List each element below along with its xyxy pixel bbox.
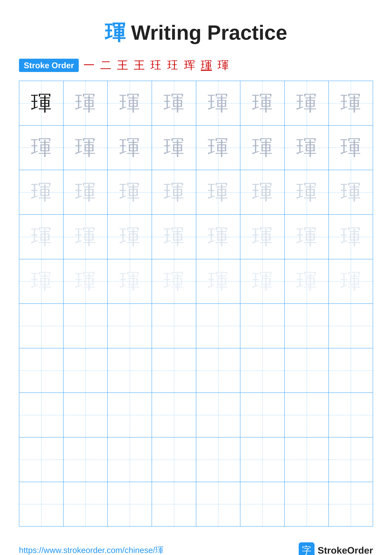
grid-cell-2-4[interactable]: 琿 [152,126,196,170]
grid-cell-1-7[interactable]: 琿 [285,81,329,125]
grid-cell-6-6[interactable] [240,304,285,348]
grid-cell-9-5[interactable] [196,438,241,482]
char-display: 琿 [119,182,140,203]
grid-cell-6-3[interactable] [108,304,152,348]
grid-cell-7-6[interactable] [240,348,285,393]
grid-cell-2-5[interactable]: 琿 [196,126,241,170]
grid-cell-9-3[interactable] [108,438,152,482]
grid-row-7 [19,348,373,393]
grid-cell-7-8[interactable] [329,348,373,393]
grid-cell-3-7[interactable]: 琿 [285,170,329,214]
grid-cell-4-8[interactable]: 琿 [329,215,373,259]
grid-cell-10-3[interactable] [108,482,152,526]
grid-cell-1-8[interactable]: 琿 [329,81,373,125]
grid-cell-10-1[interactable] [19,482,64,526]
grid-cell-10-4[interactable] [152,482,196,526]
char-display: 琿 [164,137,184,158]
grid-cell-1-2[interactable]: 琿 [64,81,108,125]
grid-cell-5-7[interactable]: 琿 [285,259,329,304]
grid-cell-8-4[interactable] [152,393,196,437]
grid-cell-4-4[interactable]: 琿 [152,215,196,259]
grid-cell-7-2[interactable] [64,348,108,393]
grid-cell-10-7[interactable] [285,482,329,526]
grid-cell-9-4[interactable] [152,438,196,482]
char-display: 琿 [208,226,228,247]
grid-cell-10-8[interactable] [329,482,373,526]
grid-cell-4-3[interactable]: 琿 [108,215,152,259]
practice-grid: 琿 琿 琿 琿 琿 琿 琿 琿 琿 琿 琿 [19,81,373,526]
grid-cell-3-3[interactable]: 琿 [108,170,152,214]
grid-cell-3-4[interactable]: 琿 [152,170,196,214]
grid-cell-5-8[interactable]: 琿 [329,259,373,304]
title-char: 琿 [105,21,125,44]
grid-cell-5-6[interactable]: 琿 [240,259,285,304]
grid-cell-7-3[interactable] [108,348,152,393]
grid-cell-9-8[interactable] [329,438,373,482]
grid-cell-1-3[interactable]: 琿 [108,81,152,125]
grid-cell-2-1[interactable]: 琿 [19,126,64,170]
grid-cell-5-5[interactable]: 琿 [196,259,241,304]
stroke-step-7: 珲 [184,58,195,73]
grid-cell-2-3[interactable]: 琿 [108,126,152,170]
grid-cell-10-5[interactable] [196,482,241,526]
grid-cell-4-6[interactable]: 琿 [240,215,285,259]
grid-cell-4-5[interactable]: 琿 [196,215,241,259]
grid-cell-9-6[interactable] [240,438,285,482]
grid-cell-8-8[interactable] [329,393,373,437]
grid-cell-5-3[interactable]: 琿 [108,259,152,304]
grid-cell-5-1[interactable]: 琿 [19,259,64,304]
grid-cell-2-8[interactable]: 琿 [329,126,373,170]
grid-cell-3-1[interactable]: 琿 [19,170,64,214]
grid-cell-2-7[interactable]: 琿 [285,126,329,170]
grid-cell-2-2[interactable]: 琿 [64,126,108,170]
grid-cell-8-7[interactable] [285,393,329,437]
grid-cell-3-2[interactable]: 琿 [64,170,108,214]
char-display: 琿 [75,137,96,158]
page-title: 琿 Writing Practice [19,19,373,47]
grid-cell-8-6[interactable] [240,393,285,437]
stroke-step-6: 玨 [167,58,178,73]
grid-cell-7-1[interactable] [19,348,64,393]
grid-cell-6-2[interactable] [64,304,108,348]
grid-cell-3-8[interactable]: 琿 [329,170,373,214]
grid-cell-8-5[interactable] [196,393,241,437]
char-display: 琿 [164,93,184,113]
grid-cell-6-8[interactable] [329,304,373,348]
char-display: 琿 [341,226,361,247]
grid-cell-9-1[interactable] [19,438,64,482]
char-display: 琿 [296,226,317,247]
grid-cell-10-2[interactable] [64,482,108,526]
grid-cell-7-4[interactable] [152,348,196,393]
grid-row-4: 琿 琿 琿 琿 琿 琿 琿 琿 [19,215,373,259]
grid-cell-3-5[interactable]: 琿 [196,170,241,214]
grid-cell-6-7[interactable] [285,304,329,348]
grid-cell-9-2[interactable] [64,438,108,482]
grid-cell-10-6[interactable] [240,482,285,526]
char-display: 琿 [164,271,184,292]
grid-cell-5-4[interactable]: 琿 [152,259,196,304]
grid-cell-9-7[interactable] [285,438,329,482]
grid-cell-1-6[interactable]: 琿 [240,81,285,125]
grid-cell-6-1[interactable] [19,304,64,348]
grid-cell-7-5[interactable] [196,348,241,393]
grid-cell-2-6[interactable]: 琿 [240,126,285,170]
char-display: 琿 [119,93,140,113]
grid-cell-1-1[interactable]: 琿 [19,81,64,125]
grid-cell-3-6[interactable]: 琿 [240,170,285,214]
char-display: 琿 [119,226,140,247]
stroke-step-3: 王 [117,58,128,73]
grid-cell-1-4[interactable]: 琿 [152,81,196,125]
grid-cell-7-7[interactable] [285,348,329,393]
grid-cell-1-5[interactable]: 琿 [196,81,241,125]
grid-cell-8-1[interactable] [19,393,64,437]
grid-cell-6-5[interactable] [196,304,241,348]
grid-cell-4-7[interactable]: 琿 [285,215,329,259]
grid-cell-4-2[interactable]: 琿 [64,215,108,259]
grid-cell-6-4[interactable] [152,304,196,348]
grid-cell-4-1[interactable]: 琿 [19,215,64,259]
grid-row-8 [19,393,373,438]
grid-cell-8-3[interactable] [108,393,152,437]
grid-cell-8-2[interactable] [64,393,108,437]
footer-url[interactable]: https://www.strokeorder.com/chinese/琿 [19,545,163,555]
grid-cell-5-2[interactable]: 琿 [64,259,108,304]
